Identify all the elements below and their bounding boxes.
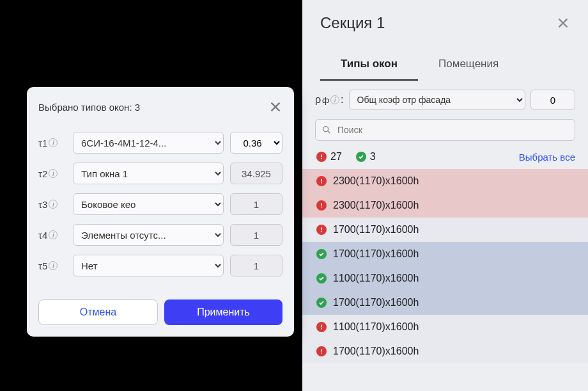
error-icon — [316, 322, 327, 332]
rho-number[interactable] — [530, 90, 575, 110]
svg-rect-4 — [321, 155, 322, 157]
tau-rows: τ1i6СИ-16-4М1-12-4...0.36τ2iТип окна 1τ3… — [38, 132, 282, 276]
section-panel: Секция 1 Типы окон Помещения ρф i : Общ … — [302, 0, 588, 391]
rho-row: ρф i : Общ коэф отр фасада — [302, 81, 588, 116]
svg-rect-12 — [321, 325, 322, 328]
list-item[interactable]: 1700(1170)x1600h — [302, 291, 588, 315]
tau-row: τ1i6СИ-16-4М1-12-4...0.36 — [38, 132, 282, 154]
counters: 27 3 Выбрать все — [302, 146, 588, 169]
tau-value[interactable] — [230, 193, 282, 215]
list-item-label: 2300(1170)x1600h — [333, 200, 419, 211]
close-icon[interactable] — [268, 100, 282, 114]
info-icon[interactable]: i — [330, 95, 339, 104]
tau-value[interactable] — [230, 255, 282, 276]
counter-red: 27 — [316, 151, 342, 163]
tau-label: τ4i — [38, 230, 66, 241]
tau-select[interactable]: Боковое кео — [73, 193, 224, 215]
check-icon — [316, 298, 327, 308]
tau-select[interactable]: Тип окна 1 — [73, 163, 224, 184]
counter-red-value: 27 — [330, 151, 342, 163]
error-icon — [316, 200, 327, 211]
tau-row: τ5iНет — [38, 255, 282, 276]
info-icon[interactable]: i — [49, 169, 58, 178]
svg-rect-14 — [321, 349, 322, 352]
tab-window-types[interactable]: Типы окон — [320, 51, 418, 81]
info-icon[interactable]: i — [49, 261, 58, 270]
search-icon — [321, 125, 332, 135]
svg-rect-8 — [321, 203, 322, 206]
modal-header: Выбрано типов окон: 3 — [38, 100, 282, 114]
svg-rect-13 — [321, 328, 322, 330]
list-item[interactable]: 2300(1170)x1600h — [302, 169, 588, 193]
modal-title: Выбрано типов окон: 3 — [38, 102, 140, 113]
list-item[interactable]: 1700(1170)x1600h — [302, 242, 588, 266]
tau-modal: Выбрано типов окон: 3 τ1i6СИ-16-4М1-12-4… — [27, 87, 294, 337]
svg-rect-10 — [321, 228, 322, 230]
list-item[interactable]: 1100(1170)x1600h — [302, 266, 588, 291]
list-item[interactable]: 2300(1170)x1600h — [302, 193, 588, 218]
tau-row: τ3iБоковое кео — [38, 193, 282, 215]
list-item-label: 1700(1170)x1600h — [333, 297, 419, 308]
tablist: Типы окон Помещения — [320, 51, 570, 81]
list-item[interactable]: 1100(1170)x1600h — [302, 315, 588, 339]
list-item[interactable]: 1700(1170)x1600h — [302, 218, 588, 242]
info-icon[interactable]: i — [49, 230, 58, 239]
list-item-label: 1100(1170)x1600h — [333, 273, 419, 284]
window-list: 2300(1170)x1600h2300(1170)x1600h1700(117… — [302, 169, 588, 363]
tau-value[interactable] — [230, 224, 282, 246]
svg-rect-5 — [321, 158, 322, 159]
tau-label: τ5i — [38, 260, 66, 271]
svg-rect-9 — [321, 207, 322, 208]
info-icon[interactable]: i — [49, 138, 58, 147]
tab-rooms[interactable]: Помещения — [418, 51, 519, 81]
check-icon — [316, 249, 327, 259]
list-item-label: 2300(1170)x1600h — [333, 175, 419, 187]
rho-colon: : — [341, 94, 343, 106]
search-wrap — [315, 119, 575, 141]
svg-rect-7 — [321, 182, 322, 184]
svg-rect-11 — [321, 231, 322, 232]
list-item-label: 1700(1170)x1600h — [333, 248, 419, 260]
tau-select[interactable]: 6СИ-16-4М1-12-4... — [73, 132, 224, 154]
list-item-label: 1700(1170)x1600h — [333, 346, 419, 357]
tau-select[interactable]: Нет — [73, 255, 224, 276]
list-item-label: 1100(1170)x1600h — [333, 321, 419, 333]
svg-rect-15 — [321, 353, 322, 354]
search-input[interactable] — [315, 119, 575, 141]
tau-row: τ2iТип окна 1 — [38, 163, 282, 184]
tau-value-select[interactable]: 0.36 — [230, 132, 282, 154]
tau-select[interactable]: Элементы отсутс... — [73, 224, 224, 246]
tau-label: τ1i — [38, 138, 66, 148]
tau-value[interactable] — [230, 163, 282, 184]
list-item[interactable]: 1700(1170)x1600h — [302, 339, 588, 363]
rho-label: ρф i : — [315, 94, 344, 106]
svg-point-2 — [323, 127, 329, 132]
error-icon — [316, 346, 327, 356]
tau-label: τ2i — [38, 168, 66, 179]
svg-line-3 — [328, 131, 330, 133]
panel-header: Секция 1 — [302, 0, 588, 38]
counter-green: 3 — [356, 151, 376, 163]
close-icon[interactable] — [556, 16, 570, 30]
counters-left: 27 3 — [316, 151, 376, 163]
rho-symbol: ρ — [315, 94, 321, 106]
panel-title: Секция 1 — [320, 14, 385, 32]
error-icon — [316, 225, 327, 235]
cancel-button[interactable]: Отмена — [38, 299, 158, 325]
apply-button[interactable]: Применить — [164, 299, 282, 325]
check-icon — [316, 273, 327, 283]
info-icon[interactable]: i — [49, 200, 58, 209]
rho-select[interactable]: Общ коэф отр фасада — [349, 90, 525, 110]
counter-green-value: 3 — [370, 151, 376, 163]
error-icon — [316, 176, 327, 186]
check-icon — [356, 152, 366, 162]
modal-buttons: Отмена Применить — [38, 299, 282, 325]
svg-rect-6 — [321, 179, 322, 182]
rho-sub: ф — [322, 95, 329, 105]
error-icon — [316, 152, 327, 162]
tau-row: τ4iЭлементы отсутс... — [38, 224, 282, 246]
select-all-link[interactable]: Выбрать все — [519, 152, 575, 163]
list-item-label: 1700(1170)x1600h — [333, 224, 419, 235]
tau-label: τ3i — [38, 199, 66, 210]
